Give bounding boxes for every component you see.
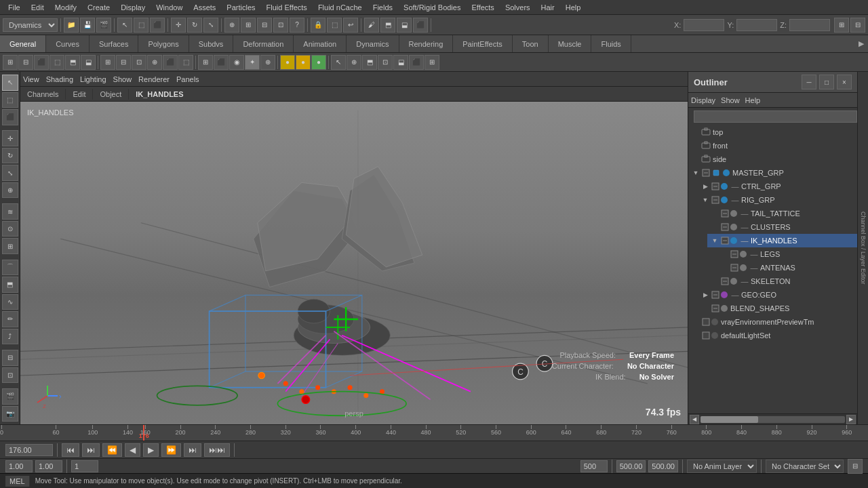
tree-item-skeleton[interactable]: — SKELETON: [707, 274, 857, 288]
manip7-btn[interactable]: ⊞: [425, 55, 439, 70]
tree-item-clusters[interactable]: — CLUSTERS: [707, 220, 857, 234]
render-btn[interactable]: 🎬: [96, 18, 111, 33]
layout-btn[interactable]: ⊞: [3, 55, 18, 70]
layout6-btn[interactable]: ⬓: [81, 55, 96, 70]
manip5-btn[interactable]: ⬓: [393, 55, 408, 70]
manip-tool[interactable]: ⊕: [2, 182, 18, 199]
lattice-tool[interactable]: ⊞: [2, 238, 18, 254]
ch-tab-edit[interactable]: Edit: [66, 89, 93, 100]
tree-item-geo-geo[interactable]: ▶ — GEO:GEO: [698, 288, 857, 302]
layout2-btn[interactable]: ⊟: [18, 55, 33, 70]
dynamics-dropdown[interactable]: Dynamics Animation Modeling Rendering: [3, 18, 58, 32]
surface-tool[interactable]: ⬒: [2, 277, 18, 293]
ch-tab-channels[interactable]: Channels: [20, 89, 66, 100]
menu-assets[interactable]: Assets: [188, 2, 221, 13]
vp-menu-renderer[interactable]: Renderer: [138, 75, 170, 83]
tree-item-master-grp[interactable]: ▼ MASTER_GRP: [688, 166, 857, 180]
bezier-tool[interactable]: ⤴: [2, 329, 18, 345]
menu-display[interactable]: Display: [115, 2, 151, 13]
outliner-menu-show[interactable]: Show: [721, 96, 740, 104]
expand-tail[interactable]: [710, 209, 719, 218]
tab-general[interactable]: General: [0, 35, 46, 52]
cam2-btn[interactable]: ⬚: [178, 55, 193, 70]
menu-window[interactable]: Window: [151, 2, 188, 13]
lasso-btn[interactable]: ⬚: [134, 18, 149, 33]
tab-curves[interactable]: Curves: [46, 35, 90, 52]
curve-tool[interactable]: ⌒: [2, 260, 18, 276]
expand-vray[interactable]: [691, 317, 701, 327]
val-field-3[interactable]: 1: [71, 460, 98, 472]
expand-side[interactable]: [691, 155, 701, 164]
snap-btn[interactable]: ⊕: [224, 18, 239, 33]
misc2-btn[interactable]: ⬛: [413, 18, 428, 33]
mirror-btn[interactable]: ⬒: [380, 18, 395, 33]
expand-clusters[interactable]: [710, 222, 719, 232]
manip6-btn[interactable]: ⬛: [409, 55, 424, 70]
goto-end-btn[interactable]: ⏭⏭: [204, 443, 230, 457]
manip3-btn[interactable]: ⬒: [362, 55, 377, 70]
layout3-btn[interactable]: ⬛: [34, 55, 49, 70]
menu-fluideffects[interactable]: Fluid Effects: [261, 2, 313, 13]
history2-btn[interactable]: ⬚: [327, 18, 342, 33]
outliner-search-input[interactable]: [694, 110, 857, 123]
expand-blend[interactable]: [701, 304, 710, 313]
select3-btn[interactable]: ⊕: [260, 55, 275, 70]
viewport-3d[interactable]: C C Playback Speed: Every Frame Current …: [20, 102, 688, 424]
tree-item-ctrl-grp[interactable]: ▶ — CTRL_GRP: [698, 180, 857, 193]
move-tool[interactable]: ✛: [2, 130, 18, 146]
show-manip-tool[interactable]: ⊟: [2, 350, 18, 366]
expand-legs[interactable]: [719, 249, 729, 259]
grid2-btn[interactable]: ⬛: [214, 55, 229, 70]
undo-btn[interactable]: ↩: [343, 18, 358, 33]
tree-item-top[interactable]: top: [688, 125, 857, 139]
ep-tool[interactable]: ∿: [2, 294, 18, 310]
manip4-btn[interactable]: ⊡: [378, 55, 393, 70]
tree-item-antenas[interactable]: — ANTENAS: [717, 261, 857, 274]
val-field-1[interactable]: 1.00: [5, 460, 33, 472]
snap2-btn[interactable]: ⊞: [241, 18, 256, 33]
prev-key-btn[interactable]: ◀: [125, 443, 140, 457]
soft-mod-tool[interactable]: ⊙: [2, 221, 18, 237]
tree-item-default-lightset[interactable]: defaultLightSet: [688, 329, 857, 342]
next-key-btn[interactable]: ⏩: [161, 443, 181, 457]
tree-item-front[interactable]: front: [688, 139, 857, 152]
xray-btn[interactable]: ⊡: [132, 55, 146, 70]
lasso-tool[interactable]: ⬚: [2, 92, 18, 108]
expand-ctrl-grp[interactable]: ▶: [701, 182, 710, 191]
grid-btn[interactable]: ⊞: [198, 55, 213, 70]
timeline[interactable]: 176 060100140160200240280320360400440480…: [0, 424, 868, 441]
tree-item-side[interactable]: side: [688, 152, 857, 166]
shade3-btn[interactable]: ●: [311, 55, 326, 70]
menu-create[interactable]: Create: [82, 2, 115, 13]
history-btn[interactable]: 🔒: [311, 18, 326, 33]
tree-item-legs[interactable]: — LEGS: [717, 247, 857, 261]
tab-dynamics[interactable]: Dynamics: [347, 35, 399, 52]
smooth-btn[interactable]: ⊟: [116, 55, 131, 70]
outliner-scroll-right[interactable]: ▶: [846, 415, 856, 424]
menu-fluidncache[interactable]: Fluid nCache: [313, 2, 368, 13]
expand-skeleton[interactable]: [710, 277, 719, 286]
save-btn[interactable]: 💾: [80, 18, 95, 33]
tab-toon[interactable]: Toon: [513, 35, 549, 52]
grid3-btn[interactable]: ◉: [229, 55, 244, 70]
shade2-btn[interactable]: ●: [296, 55, 311, 70]
outliner-menu-display[interactable]: Display: [691, 96, 715, 104]
shade1-btn[interactable]: ●: [280, 55, 295, 70]
mel-label[interactable]: MEL: [5, 476, 30, 487]
x-field[interactable]: [684, 19, 724, 31]
step-back-btn[interactable]: ⏭: [82, 443, 100, 457]
expand-top[interactable]: [691, 127, 701, 137]
scale-tool[interactable]: ⤡: [2, 165, 18, 181]
expand-master-grp[interactable]: ▼: [691, 168, 701, 178]
expand-antenas[interactable]: [719, 263, 729, 272]
vp-menu-panels[interactable]: Panels: [176, 75, 199, 83]
manip-btn[interactable]: ↖: [331, 55, 346, 70]
prev-frame-btn[interactable]: ⏪: [102, 443, 122, 457]
menu-effects[interactable]: Effects: [466, 2, 499, 13]
vp-menu-show[interactable]: Show: [113, 75, 132, 83]
paint-btn[interactable]: ⬛: [150, 18, 165, 33]
tab-muscle[interactable]: Muscle: [549, 35, 592, 52]
menu-edit[interactable]: Edit: [26, 2, 50, 13]
menu-help[interactable]: Help: [560, 2, 587, 13]
val-field-6[interactable]: 500.00: [648, 460, 678, 472]
